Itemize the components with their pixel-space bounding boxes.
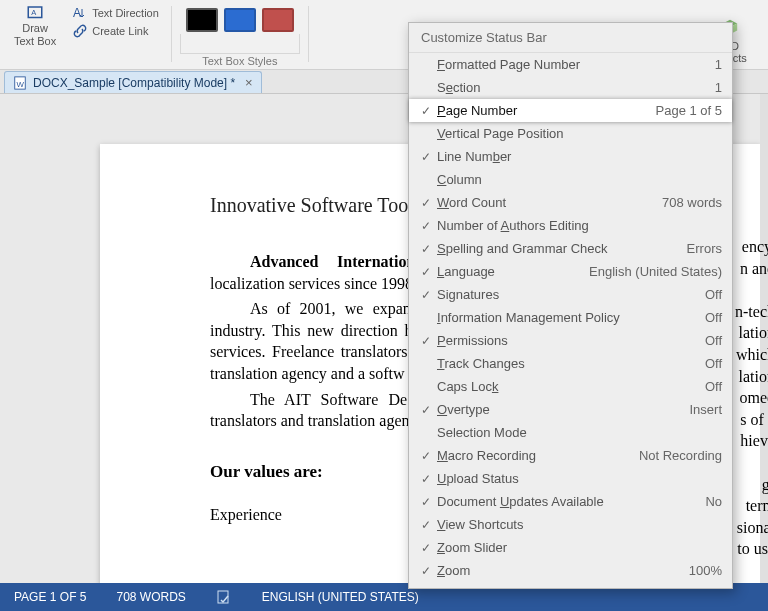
context-menu-item-value: 1 xyxy=(707,81,722,94)
context-menu-item-label: Vertical Page Position xyxy=(437,127,714,140)
context-menu-item[interactable]: Column xyxy=(409,168,732,191)
context-menu-item-value: Off xyxy=(697,311,722,324)
checkmark-icon: ✓ xyxy=(415,220,437,232)
proofing-icon xyxy=(216,589,232,605)
text-box-styles-group-label: Text Box Styles xyxy=(202,55,277,69)
context-menu-title: Customize Status Bar xyxy=(409,23,732,53)
status-page[interactable]: PAGE 1 OF 5 xyxy=(14,590,86,604)
context-menu-item[interactable]: Caps LockOff xyxy=(409,375,732,398)
checkmark-icon: ✓ xyxy=(415,197,437,209)
context-menu-item[interactable]: ✓Spelling and Grammar CheckErrors xyxy=(409,237,732,260)
context-menu-item[interactable]: ✓LanguageEnglish (United States) xyxy=(409,260,732,283)
style-swatch-blue[interactable] xyxy=(224,8,256,32)
context-menu-item-label: Formatted Page Number xyxy=(437,58,707,71)
checkmark-icon: ✓ xyxy=(415,542,437,554)
context-menu-item-value: Off xyxy=(697,380,722,393)
context-menu-item-label: Zoom Slider xyxy=(437,541,714,554)
context-menu-item[interactable]: Section1 xyxy=(409,76,732,99)
checkmark-icon: ✓ xyxy=(415,335,437,347)
context-menu-item-label: Line Number xyxy=(437,150,714,163)
create-link-button[interactable]: Create Link xyxy=(68,22,152,40)
context-menu-item-value: Page 1 of 5 xyxy=(648,104,723,117)
context-menu-item[interactable]: Information Management PolicyOff xyxy=(409,306,732,329)
context-menu-item[interactable]: ✓Page NumberPage 1 of 5 xyxy=(409,99,732,122)
doc-tail-fragments: ency,n and n-techlationwhichlationomeds … xyxy=(735,236,768,560)
context-menu-item[interactable]: ✓Macro RecordingNot Recording xyxy=(409,444,732,467)
text-box-icon: A xyxy=(24,4,46,22)
text-direction-button[interactable]: A Text Direction xyxy=(68,4,163,22)
context-menu-item[interactable]: ✓Upload Status xyxy=(409,467,732,490)
text-direction-icon: A xyxy=(72,5,88,21)
status-word-count[interactable]: 708 WORDS xyxy=(116,590,185,604)
status-bar-context-menu: Customize Status Bar Formatted Page Numb… xyxy=(408,22,733,589)
context-menu-item-value: Errors xyxy=(679,242,722,255)
context-menu-item-value: No xyxy=(697,495,722,508)
context-menu-item[interactable]: ✓Word Count708 words xyxy=(409,191,732,214)
context-menu-item[interactable]: ✓Line Number xyxy=(409,145,732,168)
ribbon-group-textbox: A Draw Text Box xyxy=(6,2,64,69)
context-menu-item[interactable]: Track ChangesOff xyxy=(409,352,732,375)
context-menu-item-value: 1 xyxy=(707,58,722,71)
context-menu-item[interactable]: Selection Mode xyxy=(409,421,732,444)
draw-text-box-button[interactable]: A Draw Text Box xyxy=(10,2,60,50)
svg-text:W: W xyxy=(17,79,25,88)
context-menu-item[interactable]: Vertical Page Position xyxy=(409,122,732,145)
svg-text:A: A xyxy=(31,8,36,17)
context-menu-item[interactable]: ✓Document Updates AvailableNo xyxy=(409,490,732,513)
checkmark-icon: ✓ xyxy=(415,519,437,531)
context-menu-item-value: 100% xyxy=(681,564,722,577)
style-swatches xyxy=(180,2,300,34)
context-menu-item-label: Overtype xyxy=(437,403,681,416)
context-menu-item-label: Section xyxy=(437,81,707,94)
context-menu-item-label: Spelling and Grammar Check xyxy=(437,242,679,255)
context-menu-item-label: Signatures xyxy=(437,288,697,301)
context-menu-item-value: Off xyxy=(697,288,722,301)
style-swatch-red[interactable] xyxy=(262,8,294,32)
link-icon xyxy=(72,23,88,39)
context-menu-item-label: Word Count xyxy=(437,196,654,209)
context-menu-item-value: Off xyxy=(697,357,722,370)
ribbon-group-styles: Text Box Styles xyxy=(176,2,304,69)
create-link-label: Create Link xyxy=(92,25,148,37)
context-menu-item-label: Information Management Policy xyxy=(437,311,697,324)
context-menu-item[interactable]: ✓PermissionsOff xyxy=(409,329,732,352)
context-menu-item-label: Language xyxy=(437,265,581,278)
style-gallery-dropdown[interactable] xyxy=(180,34,300,54)
context-menu-item-label: Document Updates Available xyxy=(437,495,697,508)
checkmark-icon: ✓ xyxy=(415,450,437,462)
checkmark-icon: ✓ xyxy=(415,105,437,117)
context-menu-item-label: Upload Status xyxy=(437,472,714,485)
context-menu-item-label: Macro Recording xyxy=(437,449,631,462)
context-menu-item[interactable]: ✓View Shortcuts xyxy=(409,513,732,536)
context-menu-item[interactable]: ✓Number of Authors Editing xyxy=(409,214,732,237)
context-menu-item[interactable]: ✓OvertypeInsert xyxy=(409,398,732,421)
context-menu-item-label: Column xyxy=(437,173,714,186)
context-menu-item[interactable]: Formatted Page Number1 xyxy=(409,53,732,76)
status-proofing[interactable] xyxy=(216,589,232,605)
checkmark-icon: ✓ xyxy=(415,151,437,163)
draw-text-box-label: Draw Text Box xyxy=(14,22,56,48)
checkmark-icon: ✓ xyxy=(415,473,437,485)
context-menu-item[interactable]: ✓SignaturesOff xyxy=(409,283,732,306)
ribbon-separator xyxy=(308,6,309,62)
close-tab-icon[interactable]: × xyxy=(245,75,253,90)
context-menu-item[interactable]: ✓Zoom Slider xyxy=(409,536,732,559)
status-language[interactable]: ENGLISH (UNITED STATES) xyxy=(262,590,419,604)
ribbon-separator xyxy=(171,6,172,62)
checkmark-icon: ✓ xyxy=(415,266,437,278)
context-menu-item-value: Insert xyxy=(681,403,722,416)
context-menu-item-value: English (United States) xyxy=(581,265,722,278)
ribbon-group-stub xyxy=(313,2,351,69)
context-menu-item-label: Track Changes xyxy=(437,357,697,370)
context-menu-item-label: View Shortcuts xyxy=(437,518,714,531)
document-tab[interactable]: W DOCX_Sample [Compatibility Mode] * × xyxy=(4,71,262,93)
word-doc-icon: W xyxy=(13,76,27,90)
checkmark-icon: ✓ xyxy=(415,496,437,508)
context-menu-item[interactable]: ✓Zoom100% xyxy=(409,559,732,582)
checkmark-icon: ✓ xyxy=(415,404,437,416)
context-menu-item-value: Off xyxy=(697,334,722,347)
style-swatch-black[interactable] xyxy=(186,8,218,32)
context-menu-item-label: Caps Lock xyxy=(437,380,697,393)
checkmark-icon: ✓ xyxy=(415,289,437,301)
context-menu-item-label: Permissions xyxy=(437,334,697,347)
